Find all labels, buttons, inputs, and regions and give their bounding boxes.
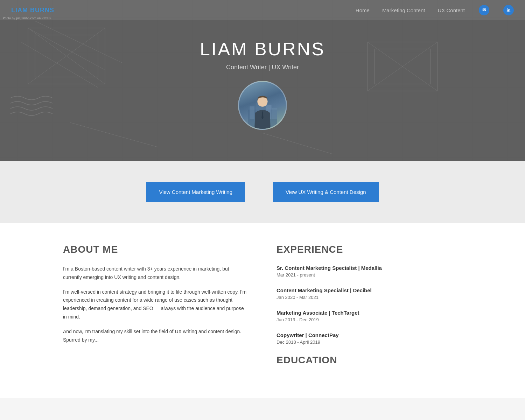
exp-item-3: Copywriter | ConnectPay Dec 2018 - April…: [276, 332, 462, 345]
svg-rect-14: [250, 106, 254, 119]
about-para-2: I'm well-versed in content strategy and …: [63, 288, 248, 321]
exp-date-3: Dec 2018 - April 2019: [276, 340, 462, 345]
svg-line-1: [35, 21, 122, 63]
view-ux-btn[interactable]: View UX Writing & Content Design: [273, 182, 379, 202]
nav-marketing-link[interactable]: Marketing Content: [382, 7, 425, 13]
education-title: EDUCATION: [276, 355, 462, 366]
svg-line-12: [262, 133, 332, 154]
about-section: ABOUT ME I'm a Boston-based content writ…: [63, 244, 248, 377]
hero-section: Photo by picjumbo.com on Pexels LIAM BUR…: [0, 0, 525, 161]
exp-title-3: Copywriter | ConnectPay: [276, 332, 462, 338]
hero-content: LIAM BURNS Content Writer | UX Writer: [200, 31, 325, 130]
avatar-image: [247, 90, 278, 129]
view-marketing-btn[interactable]: View Content Marketing Writing: [146, 182, 245, 202]
hero-name: LIAM BURNS: [200, 38, 325, 59]
about-para-3: And now, I'm translating my skill set in…: [63, 328, 248, 344]
exp-date-2: Jun 2019 - Dec 2019: [276, 317, 462, 322]
avatar: [238, 81, 287, 130]
exp-date-1: Jan 2020 - Mar 2021: [276, 295, 462, 300]
email-icon-button[interactable]: ✉: [479, 5, 489, 15]
experience-section: EXPERIENCE Sr. Content Marketing Special…: [276, 244, 462, 377]
experience-title: EXPERIENCE: [276, 244, 462, 255]
hero-subtitle: Content Writer | UX Writer: [200, 64, 325, 71]
nav-links: Home Marketing Content UX Content ✉ in: [356, 5, 514, 15]
nav-home-link[interactable]: Home: [356, 7, 370, 13]
exp-date-0: Mar 2021 - present: [276, 272, 462, 278]
svg-rect-17: [272, 108, 277, 119]
navbar: LIAM BURNS Home Marketing Content UX Con…: [0, 0, 525, 20]
svg-line-11: [70, 122, 158, 147]
exp-title-2: Marketing Associate | TechTarget: [276, 310, 462, 316]
about-title: ABOUT ME: [63, 244, 248, 255]
linkedin-icon-button[interactable]: in: [503, 5, 514, 15]
main-content: ABOUT ME I'm a Boston-based content writ…: [0, 223, 525, 398]
nav-ux-link[interactable]: UX Content: [438, 7, 465, 13]
nav-logo[interactable]: LIAM BURNS: [11, 7, 54, 14]
exp-title-0: Sr. Content Marketing Specialist | Medal…: [276, 265, 462, 271]
about-para-1: I'm a Boston-based content writer with 3…: [63, 265, 248, 282]
exp-item-2: Marketing Associate | TechTarget Jun 201…: [276, 310, 462, 322]
exp-item-1: Content Marketing Specialist | Decibel J…: [276, 287, 462, 300]
cta-section: View Content Marketing Writing View UX W…: [0, 161, 525, 223]
exp-item-0: Sr. Content Marketing Specialist | Medal…: [276, 265, 462, 278]
exp-title-1: Content Marketing Specialist | Decibel: [276, 287, 462, 293]
